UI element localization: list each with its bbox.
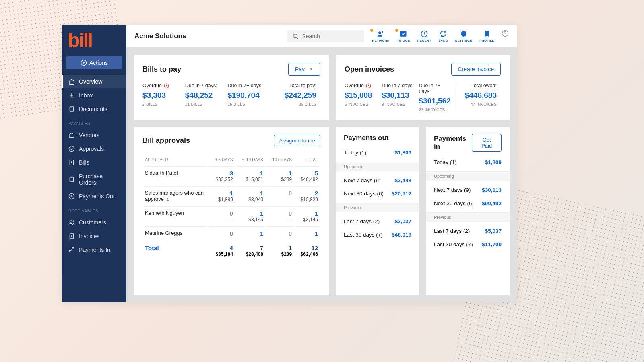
topnav-recent[interactable]: RECENT xyxy=(417,30,431,43)
help-icon[interactable] xyxy=(502,30,509,37)
sidebar-item-purchase-orders[interactable]: Purchase Orders xyxy=(62,169,126,189)
cell-amount: $15,001 xyxy=(237,177,263,182)
payment-row[interactable]: Next 7 days (9)$3,448 xyxy=(344,174,411,187)
stat-overdue: Overdue $3,303 2 BILLS xyxy=(142,83,185,107)
stat-value: $190,704 xyxy=(228,91,266,100)
notification-dot-icon xyxy=(395,29,398,32)
topnav-todos[interactable]: TO-DOS xyxy=(397,30,410,43)
payment-row[interactable]: Next 30 days (6)$20,912 xyxy=(344,187,411,200)
approver-name: Sales managers who can approve xyxy=(143,186,207,206)
cell-amount: — xyxy=(267,197,292,202)
table-row[interactable]: Kenneth Nguyen0—1$3,1450—1$3,145 xyxy=(143,206,320,226)
cell-count: 7 xyxy=(237,245,263,251)
sidebar-item-label: Approvals xyxy=(79,146,104,152)
approver-name: Kenneth Nguyen xyxy=(143,206,207,226)
svg-rect-2 xyxy=(69,134,74,138)
cell-count: 0 xyxy=(267,190,292,197)
table-row[interactable]: Siddarth Patel3$33,2521$15,0011$2395$48,… xyxy=(143,166,320,185)
sidebar-item-label: Customers xyxy=(79,219,106,226)
document-icon xyxy=(68,106,75,112)
topnav-label: NETWORK xyxy=(372,39,389,43)
topnav-label: PROFILE xyxy=(479,39,494,43)
payment-row[interactable]: Last 7 days (2)$5,037 xyxy=(434,224,502,238)
sidebar-item-vendors[interactable]: Vendors xyxy=(62,128,126,142)
sidebar-item-approvals[interactable]: Approvals xyxy=(62,142,126,156)
svg-point-11 xyxy=(378,31,381,34)
payment-row[interactable]: Today (1)$1,809 xyxy=(344,146,411,159)
sidebar-item-customers[interactable]: Customers xyxy=(62,216,126,229)
vendors-icon xyxy=(68,132,75,138)
arrow-in-icon xyxy=(68,247,75,253)
sidebar-item-payments-in[interactable]: Payments In xyxy=(62,243,126,257)
search-box[interactable] xyxy=(287,30,364,42)
cell-count: 1 xyxy=(296,210,318,217)
payment-row[interactable]: Today (1)$1,809 xyxy=(434,156,502,169)
bill-icon xyxy=(68,159,75,166)
topnav-sync[interactable]: SYNC xyxy=(438,30,448,43)
cell-count: 1 xyxy=(237,170,263,177)
cell-amount: $3,145 xyxy=(237,217,263,222)
assigned-to-me-button[interactable]: Assigned to me xyxy=(274,135,320,146)
cell-count: 1 xyxy=(296,230,318,237)
payment-row[interactable]: Last 30 days (7)$46,019 xyxy=(344,228,411,241)
alert-icon xyxy=(164,83,169,88)
search-icon xyxy=(292,33,299,39)
cell-count: 3 xyxy=(210,170,233,177)
sidebar-section-receivables: RECEIVABLES xyxy=(62,203,126,216)
table-total-row: Total4$35,1847$28,4081$23912$62,466 xyxy=(143,241,320,260)
search-input[interactable] xyxy=(302,33,359,39)
cell-amount: $48,492 xyxy=(296,177,318,182)
sidebar-item-inbox[interactable]: Inbox xyxy=(62,88,126,102)
actions-button[interactable]: Actions xyxy=(66,56,122,69)
topnav-label: RECENT xyxy=(417,39,431,43)
gear-icon xyxy=(460,30,468,38)
svg-rect-13 xyxy=(400,31,407,36)
sidebar-section-payables: PAYABLES xyxy=(62,116,126,128)
svg-point-19 xyxy=(167,198,168,199)
payments-out-card: Payments out Today (1)$1,809 Upcoming Ne… xyxy=(336,127,419,295)
col-0-5: 0-5 DAYS xyxy=(208,154,235,165)
sidebar-item-invoices[interactable]: Invoices xyxy=(62,229,126,243)
svg-point-3 xyxy=(69,146,74,151)
approver-name: Siddarth Patel xyxy=(143,166,207,185)
sidebar-item-label: Overview xyxy=(79,78,102,85)
approvals-table: APPROVER 0-5 DAYS 6-10 DAYS 10+ DAYS TOT… xyxy=(142,154,320,261)
payment-row[interactable]: Next 7 days (9)$30,113 xyxy=(434,183,502,197)
sidebar-item-bills[interactable]: Bills xyxy=(62,156,126,169)
cell-amount: $239 xyxy=(267,251,292,257)
stat-due7plus: Due in 7+ days: $190,704 26 BILLS xyxy=(228,83,270,107)
sidebar-item-overview[interactable]: Overview xyxy=(62,75,126,88)
stat-overdue: Overdue $15,008 5 INVOICES xyxy=(345,83,382,112)
section-previous: Previous xyxy=(336,203,419,212)
cell-count: 1 xyxy=(267,245,292,251)
topnav-profile[interactable]: PROFILE xyxy=(479,30,494,43)
bills-to-pay-card: Bills to pay Pay Overdue $3,303 2 BILLS xyxy=(134,55,329,120)
cell-count: 0 xyxy=(210,230,233,237)
payment-row[interactable]: Last 7 days (2)$2,037 xyxy=(344,215,411,228)
cell-count: 1 xyxy=(237,230,263,237)
payment-row[interactable]: Next 30 days (6)$90,492 xyxy=(434,197,502,210)
table-row[interactable]: Maurine Greggs0101 xyxy=(143,226,320,240)
topnav-label: SYNC xyxy=(438,39,448,43)
group-icon xyxy=(165,197,171,202)
cell-amount: $239 xyxy=(267,177,292,182)
cell-count: 0 xyxy=(267,210,292,217)
create-invoice-button[interactable]: Create invoice xyxy=(451,63,501,76)
sidebar-item-documents[interactable]: Documents xyxy=(62,102,126,116)
sidebar-item-label: Inbox xyxy=(79,92,93,99)
sidebar-item-label: Purchase Orders xyxy=(79,173,120,186)
cell-count: 1 xyxy=(237,210,263,217)
payment-row[interactable]: Last 30 days (7)$11,700 xyxy=(434,238,502,251)
get-paid-button[interactable]: Get Paid xyxy=(472,134,502,152)
topnav-network[interactable]: NETWORK xyxy=(372,30,389,43)
clock-icon xyxy=(420,30,428,38)
section-previous: Previous xyxy=(426,212,510,222)
topnav-settings[interactable]: SETTINGS xyxy=(455,30,472,43)
sidebar-item-payments-out[interactable]: Payments Out xyxy=(62,189,126,203)
table-row[interactable]: Sales managers who can approve 1$1,8891$… xyxy=(143,186,320,206)
total-label: Total xyxy=(143,241,207,260)
pay-button[interactable]: Pay xyxy=(288,63,320,76)
pay-label: Pay xyxy=(295,66,305,72)
cell-amount: — xyxy=(267,217,292,222)
sidebar: bill Actions Overview Inbox Documents PA… xyxy=(62,25,126,302)
